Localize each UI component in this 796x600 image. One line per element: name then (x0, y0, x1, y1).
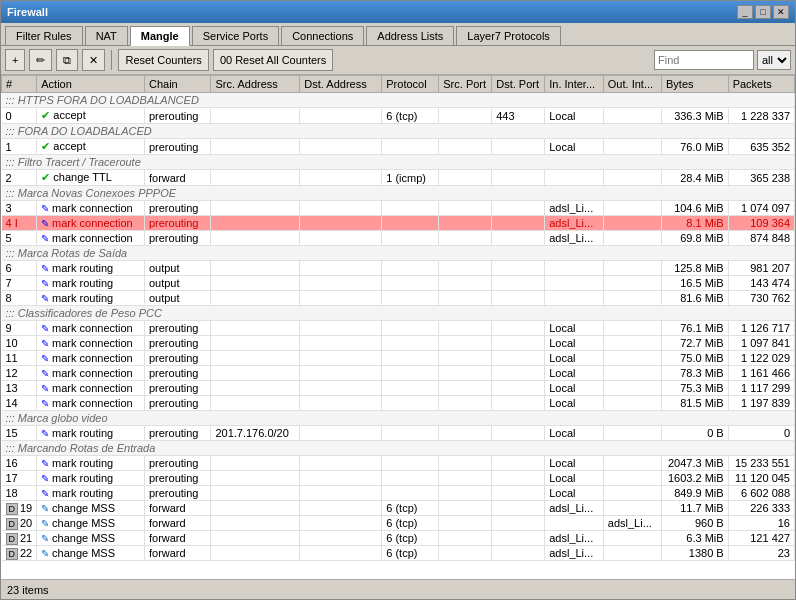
table-row[interactable]: 10✎ mark connectionpreroutingLocal72.7 M… (2, 336, 795, 351)
cell-out-iface (603, 456, 661, 471)
col-header-num[interactable]: # (2, 76, 37, 93)
table-row[interactable]: 5✎ mark connectionpreroutingadsl_Li...69… (2, 231, 795, 246)
table-row[interactable]: D19✎ change MSSforward6 (tcp)adsl_Li...1… (2, 501, 795, 516)
cell-bytes: 849.9 MiB (662, 486, 729, 501)
mark-icon: ✎ (41, 353, 52, 364)
table-row[interactable]: 13✎ mark connectionpreroutingLocal75.3 M… (2, 381, 795, 396)
table-row[interactable]: 14✎ mark connectionpreroutingLocal81.5 M… (2, 396, 795, 411)
table-row[interactable]: 4 I✎ mark connectionpreroutingadsl_Li...… (2, 216, 795, 231)
mark-icon: ✎ (41, 383, 52, 394)
cell-action: ✎ change MSS (37, 516, 145, 531)
table-container[interactable]: # Action Chain Src. Address Dst. Address… (1, 75, 795, 579)
cell-packets: 23 (728, 546, 794, 561)
cell-src-addr (211, 366, 300, 381)
delete-button[interactable]: ✕ (82, 49, 105, 71)
cell-chain: prerouting (144, 201, 210, 216)
cell-out-iface (603, 261, 661, 276)
cell-action: ✎ mark connection (37, 381, 145, 396)
cell-protocol (382, 231, 439, 246)
table-row[interactable]: 1✔ acceptpreroutingLocal76.0 MiB635 352 (2, 139, 795, 155)
col-header-src-addr[interactable]: Src. Address (211, 76, 300, 93)
cell-num: 5 (2, 231, 37, 246)
cell-chain: output (144, 261, 210, 276)
cell-dst-port (492, 336, 545, 351)
table-row[interactable]: 15✎ mark routingprerouting201.7.176.0/20… (2, 426, 795, 441)
mark-icon: ✎ (41, 323, 52, 334)
cell-in-iface: Local (545, 456, 604, 471)
tab-connections[interactable]: Connections (281, 26, 364, 45)
close-button[interactable]: ✕ (773, 5, 789, 19)
cell-out-iface (603, 321, 661, 336)
col-header-packets[interactable]: Packets (728, 76, 794, 93)
col-header-bytes[interactable]: Bytes (662, 76, 729, 93)
table-row[interactable]: 3✎ mark connectionpreroutingadsl_Li...10… (2, 201, 795, 216)
cell-num: 13 (2, 381, 37, 396)
table-row[interactable]: 11✎ mark connectionpreroutingLocal75.0 M… (2, 351, 795, 366)
table-row[interactable]: 9✎ mark connectionpreroutingLocal76.1 Mi… (2, 321, 795, 336)
table-row[interactable]: 12✎ mark connectionpreroutingLocal78.3 M… (2, 366, 795, 381)
cell-bytes: 11.7 MiB (662, 501, 729, 516)
table-row[interactable]: 0✔ acceptprerouting6 (tcp)443Local336.3 … (2, 108, 795, 124)
cell-dst-addr (300, 261, 382, 276)
tab-filter-rules[interactable]: Filter Rules (5, 26, 83, 45)
tab-address-lists[interactable]: Address Lists (366, 26, 454, 45)
cell-num: 3 (2, 201, 37, 216)
table-header-row: # Action Chain Src. Address Dst. Address… (2, 76, 795, 93)
col-header-in-iface[interactable]: In. Inter... (545, 76, 604, 93)
table-row[interactable]: 7✎ mark routingoutput16.5 MiB143 474 (2, 276, 795, 291)
table-row[interactable]: D20✎ change MSSforward6 (tcp)adsl_Li...9… (2, 516, 795, 531)
col-header-action[interactable]: Action (37, 76, 145, 93)
cell-bytes: 81.5 MiB (662, 396, 729, 411)
table-row[interactable]: 16✎ mark routingpreroutingLocal2047.3 Mi… (2, 456, 795, 471)
cell-in-iface: adsl_Li... (545, 231, 604, 246)
cell-src-addr (211, 396, 300, 411)
cell-chain: forward (144, 531, 210, 546)
col-header-out-iface[interactable]: Out. Int... (603, 76, 661, 93)
col-header-protocol[interactable]: Protocol (382, 76, 439, 93)
cell-dst-port (492, 456, 545, 471)
table-row[interactable]: 2✔ change TTLforward1 (icmp)28.4 MiB365 … (2, 170, 795, 186)
reset-all-counters-button[interactable]: 00 Reset All Counters (213, 49, 333, 71)
tab-service-ports[interactable]: Service Ports (192, 26, 279, 45)
cell-chain: forward (144, 501, 210, 516)
cell-src-addr (211, 231, 300, 246)
col-header-dst-addr[interactable]: Dst. Address (300, 76, 382, 93)
table-row[interactable]: 8✎ mark routingoutput81.6 MiB730 762 (2, 291, 795, 306)
minimize-button[interactable]: _ (737, 5, 753, 19)
col-header-chain[interactable]: Chain (144, 76, 210, 93)
cell-out-iface: adsl_Li... (603, 516, 661, 531)
cell-chain: prerouting (144, 351, 210, 366)
cell-in-iface (545, 170, 604, 186)
reset-counters-button[interactable]: Reset Counters (118, 49, 208, 71)
edit-button[interactable]: ✏ (29, 49, 52, 71)
table-row[interactable]: 17✎ mark routingpreroutingLocal1603.2 Mi… (2, 471, 795, 486)
window-title: Firewall (7, 6, 48, 18)
copy-button[interactable]: ⧉ (56, 49, 78, 71)
copy-icon: ⧉ (63, 54, 71, 67)
cell-src-addr (211, 546, 300, 561)
maximize-button[interactable]: □ (755, 5, 771, 19)
tab-mangle[interactable]: Mangle (130, 26, 190, 46)
cell-dst-port (492, 216, 545, 231)
cell-in-iface: Local (545, 336, 604, 351)
cell-action: ✎ mark routing (37, 426, 145, 441)
table-row[interactable]: D21✎ change MSSforward6 (tcp)adsl_Li...6… (2, 531, 795, 546)
tab-layer7[interactable]: Layer7 Protocols (456, 26, 561, 45)
add-button[interactable]: + (5, 49, 25, 71)
cell-num: D19 (2, 501, 37, 516)
col-header-src-port[interactable]: Src. Port (439, 76, 492, 93)
cell-action: ✎ mark connection (37, 321, 145, 336)
cell-num: 15 (2, 426, 37, 441)
table-row[interactable]: 18✎ mark routingpreroutingLocal849.9 MiB… (2, 486, 795, 501)
table-row[interactable]: D22✎ change MSSforward6 (tcp)adsl_Li...1… (2, 546, 795, 561)
col-header-dst-port[interactable]: Dst. Port (492, 76, 545, 93)
cell-packets: 16 (728, 516, 794, 531)
tab-nat[interactable]: NAT (85, 26, 128, 45)
cell-num: 14 (2, 396, 37, 411)
filter-select[interactable]: all (757, 50, 791, 70)
cell-chain: output (144, 291, 210, 306)
search-input[interactable] (654, 50, 754, 70)
cell-packets: 1 117 299 (728, 381, 794, 396)
cell-num: 18 (2, 486, 37, 501)
table-row[interactable]: 6✎ mark routingoutput125.8 MiB981 207 (2, 261, 795, 276)
